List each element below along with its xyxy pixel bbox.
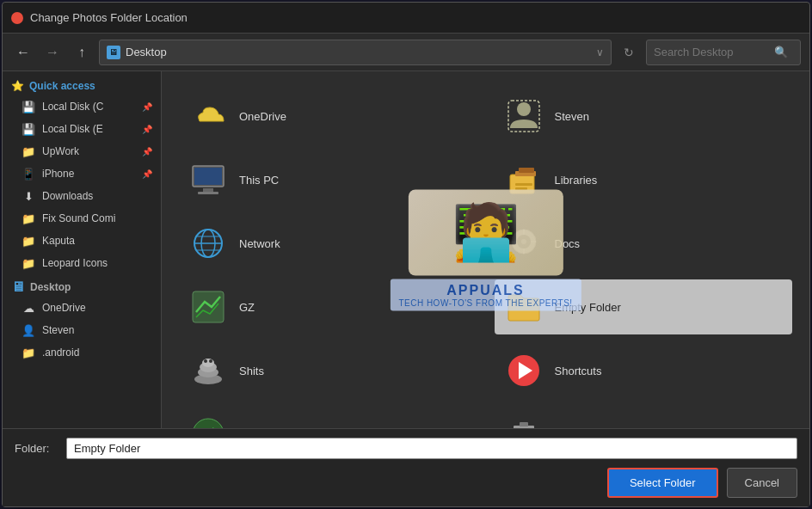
toolbar: ← → ↑ 🖥 Desktop ∨ ↻ 🔍 <box>3 34 809 71</box>
quick-access-header: ⭐ Quick access <box>3 77 161 95</box>
file-item-thispc[interactable]: This PC <box>179 152 477 207</box>
sidebar-label-iphone: iPhone <box>42 168 135 180</box>
close-button[interactable] <box>11 12 23 24</box>
file-item-network[interactable]: Network <box>179 216 477 271</box>
svg-rect-5 <box>198 192 218 194</box>
dialog-title: Change Photos Folder Location <box>30 11 801 24</box>
folder-row: Folder: <box>15 438 797 459</box>
svg-rect-30 <box>520 422 528 426</box>
search-box[interactable]: 🔍 <box>646 40 801 65</box>
network-file-icon <box>188 223 229 264</box>
file-name-thispc: This PC <box>239 174 279 187</box>
fix-sound-icon: 📁 <box>22 212 35 225</box>
location-chevron: ∨ <box>596 46 604 58</box>
iphone-icon: 📱 <box>22 168 35 181</box>
stats-file-icon <box>188 414 229 428</box>
pin-icon-0: 📌 <box>142 102 152 112</box>
upwork-icon: 📁 <box>22 145 35 158</box>
svg-rect-19 <box>193 291 224 322</box>
gz-file-icon <box>188 286 229 328</box>
title-bar: Change Photos Folder Location <box>3 3 809 34</box>
sidebar-label-leopard: Leopard Icons <box>42 257 152 269</box>
search-input[interactable] <box>654 46 774 58</box>
libraries-file-icon <box>503 159 544 200</box>
sidebar-item-local-disk-e[interactable]: 💾 Local Disk (E 📌 <box>3 118 161 140</box>
up-button[interactable]: ↑ <box>70 40 94 64</box>
svg-point-24 <box>204 359 207 363</box>
file-item-shits[interactable]: Shits <box>179 343 477 398</box>
steven-file-icon <box>503 95 544 137</box>
svg-rect-3 <box>194 168 222 185</box>
sidebar-item-android[interactable]: 📁 .android <box>3 341 161 364</box>
file-grid: OneDrive Steven <box>179 89 792 428</box>
sidebar-label-android: .android <box>42 346 152 359</box>
sidebar-item-leopard[interactable]: 📁 Leopard Icons <box>3 252 161 274</box>
file-item-docs[interactable]: Docs <box>495 216 793 271</box>
refresh-button[interactable]: ↻ <box>617 40 641 64</box>
sidebar-label-kaputa: Kaputa <box>42 235 152 247</box>
forward-button[interactable]: → <box>40 40 65 64</box>
local-disk-c-icon: 💾 <box>22 101 35 113</box>
sidebar-scroll[interactable]: ⭐ Quick access 💾 Local Disk (C 📌 💾 Local… <box>3 71 161 428</box>
file-item-empty-folder[interactable]: Empty Folder <box>495 279 793 334</box>
sidebar-item-local-disk-c[interactable]: 💾 Local Disk (C 📌 <box>3 95 161 118</box>
pin-icon-1: 📌 <box>142 125 152 134</box>
sidebar-label-local-disk-e: Local Disk (E <box>42 123 135 135</box>
file-item-shortcuts[interactable]: Shortcuts <box>495 343 793 398</box>
file-item-trash[interactable]: Trash <box>495 407 793 428</box>
back-button[interactable]: ← <box>11 40 35 64</box>
svg-point-0 <box>517 102 531 116</box>
sidebar-item-iphone[interactable]: 📱 iPhone 📌 <box>3 163 161 185</box>
file-name-libraries: Libraries <box>555 174 598 187</box>
sidebar-steven-icon: 👤 <box>22 324 35 337</box>
sidebar-label-downloads: Downloads <box>42 190 152 202</box>
shortcuts-file-icon <box>503 350 544 391</box>
sidebar-label-onedrive: OneDrive <box>42 302 152 314</box>
desktop-group-header[interactable]: 🖥 Desktop <box>3 274 161 297</box>
sidebar-item-steven[interactable]: 👤 Steven <box>3 319 161 341</box>
bottom-bar: Folder: Select Folder Cancel <box>3 428 809 506</box>
file-item-steven[interactable]: Steven <box>495 89 793 144</box>
file-name-shortcuts: Shortcuts <box>555 365 602 377</box>
desktop-group-label: Desktop <box>30 281 71 293</box>
kaputa-icon: 📁 <box>22 235 35 248</box>
file-item-gz[interactable]: GZ <box>179 279 477 334</box>
button-row: Select Folder Cancel <box>15 468 797 498</box>
local-disk-e-icon: 💾 <box>22 123 35 136</box>
file-name-empty-folder: Empty Folder <box>555 301 621 314</box>
sidebar-item-kaputa[interactable]: 📁 Kaputa <box>3 230 161 252</box>
cancel-button[interactable]: Cancel <box>727 468 797 498</box>
svg-point-27 <box>193 419 224 428</box>
file-name-docs: Docs <box>555 237 581 250</box>
sidebar-item-upwork[interactable]: 📁 UpWork 📌 <box>3 140 161 163</box>
file-item-stats[interactable]: Stats <box>179 407 477 428</box>
sidebar-item-fix-sound[interactable]: 📁 Fix Sound Comi <box>3 207 161 230</box>
sidebar-item-onedrive[interactable]: ☁ OneDrive <box>3 297 161 319</box>
svg-point-23 <box>202 359 214 367</box>
location-icon: 🖥 <box>107 46 120 59</box>
file-area[interactable]: OneDrive Steven <box>162 71 809 428</box>
file-item-onedrive[interactable]: OneDrive <box>179 89 477 144</box>
search-icon: 🔍 <box>774 46 788 58</box>
sidebar-item-downloads[interactable]: ⬇ Downloads <box>3 185 161 207</box>
file-name-stats: Stats <box>239 428 265 429</box>
file-name-network: Network <box>239 237 280 250</box>
sidebar-label-steven: Steven <box>42 324 152 336</box>
location-bar[interactable]: 🖥 Desktop ∨ <box>99 40 612 65</box>
pin-icon-3: 📌 <box>142 169 152 179</box>
svg-rect-10 <box>515 187 527 190</box>
trash-file-icon <box>503 414 544 428</box>
shits-file-icon <box>188 350 229 391</box>
svg-point-25 <box>209 359 212 363</box>
quick-access-icon: ⭐ <box>11 80 24 92</box>
dialog: Change Photos Folder Location ← → ↑ 🖥 De… <box>2 2 810 507</box>
svg-rect-8 <box>519 168 534 173</box>
folder-input[interactable] <box>66 438 797 459</box>
sidebar-label-local-disk-c: Local Disk (C <box>42 101 135 113</box>
pin-icon-2: 📌 <box>142 147 152 156</box>
file-item-libraries[interactable]: Libraries <box>495 152 793 207</box>
svg-point-18 <box>521 239 526 244</box>
empty-folder-file-icon <box>503 286 544 328</box>
select-folder-button[interactable]: Select Folder <box>607 468 718 498</box>
file-name-gz: GZ <box>239 301 255 314</box>
